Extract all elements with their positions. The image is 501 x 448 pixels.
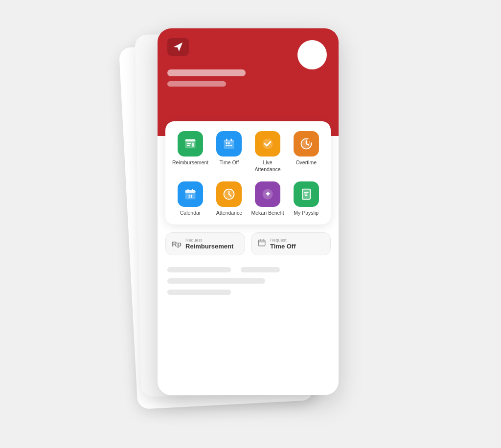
svg-rect-36	[258, 240, 265, 246]
placeholder-line	[241, 267, 280, 272]
request-time-off-title: Time Off	[270, 243, 296, 250]
request-time-off-label: Request	[270, 238, 296, 243]
reimbursement-icon	[178, 131, 203, 157]
request-time-off-text: Request Time Off	[270, 238, 296, 250]
time-off-label: Time Off	[220, 159, 239, 166]
calendar-icon: 31	[178, 181, 203, 207]
calendar-label: Calendar	[180, 210, 201, 217]
scene: Reimbursement	[123, 23, 378, 425]
svg-text:31: 31	[188, 194, 193, 199]
svg-point-9	[226, 145, 228, 147]
svg-rect-2	[187, 143, 191, 144]
svg-point-14	[263, 139, 273, 149]
placeholder-line	[167, 290, 231, 295]
mekari-benefit-label: Mekari Benefit	[251, 210, 284, 217]
app-grid-card: Reimbursement	[165, 121, 331, 224]
attendance-label: Attendance	[216, 210, 242, 217]
calendar-small-icon	[257, 238, 266, 249]
svg-point-13	[228, 142, 230, 144]
svg-rect-7	[227, 139, 228, 141]
app-item-calendar[interactable]: 31 Calendar	[172, 181, 208, 217]
header-placeholder-line-2	[167, 81, 226, 87]
live-attendance-icon	[255, 131, 280, 157]
attendance-icon	[216, 181, 242, 207]
request-reimbursement-label: Request	[185, 238, 233, 243]
live-attendance-label: Live Attendance	[250, 159, 286, 173]
svg-rect-1	[185, 139, 196, 142]
app-item-attendance[interactable]: Attendance	[211, 181, 247, 217]
svg-point-12	[226, 142, 228, 144]
placeholder-row-1	[167, 267, 329, 272]
svg-rect-3	[187, 145, 190, 146]
quick-actions: Rp Request Reimbursement	[158, 224, 339, 255]
app-item-mekari-benefit[interactable]: ✦ Mekari Benefit	[250, 181, 286, 217]
request-reimbursement-button[interactable]: Rp Request Reimbursement	[165, 232, 245, 255]
app-item-time-off[interactable]: Time Off	[211, 131, 247, 173]
placeholder-line	[167, 267, 231, 272]
request-reimbursement-text: Request Reimbursement	[185, 238, 233, 250]
app-item-live-attendance[interactable]: Live Attendance	[250, 131, 286, 173]
phone-content: Reimbursement	[158, 121, 339, 307]
avatar	[297, 40, 327, 69]
svg-point-10	[228, 145, 230, 147]
svg-rect-6	[224, 140, 234, 143]
reimbursement-label: Reimbursement	[172, 159, 208, 166]
svg-rect-24	[192, 189, 193, 192]
request-time-off-button[interactable]: Request Time Off	[251, 232, 331, 255]
content-placeholders	[158, 255, 339, 307]
svg-text:!: !	[309, 140, 310, 143]
svg-text:✦: ✦	[265, 190, 271, 198]
placeholder-line	[167, 278, 265, 284]
svg-rect-4	[192, 143, 194, 147]
app-item-my-payslip[interactable]: My Payslip	[288, 181, 324, 217]
svg-rect-23	[187, 189, 188, 192]
overtime-label: Overtime	[296, 159, 317, 166]
placeholder-row-3	[167, 290, 329, 295]
svg-rect-8	[231, 139, 232, 141]
app-grid: Reimbursement	[172, 131, 324, 217]
header-placeholder-line-1	[167, 69, 246, 76]
phone-card: Reimbursement	[158, 28, 339, 395]
phone-header	[158, 28, 339, 136]
svg-rect-22	[185, 190, 196, 193]
app-item-reimbursement[interactable]: Reimbursement	[172, 131, 208, 173]
my-payslip-icon	[294, 181, 319, 207]
time-off-icon	[216, 131, 242, 157]
brand-icon	[167, 38, 189, 56]
rp-icon: Rp	[172, 240, 182, 248]
send-icon	[173, 42, 183, 52]
app-item-overtime[interactable]: ! Overtime	[288, 131, 324, 173]
svg-rect-34	[304, 192, 308, 193]
my-payslip-label: My Payslip	[294, 210, 319, 217]
svg-rect-35	[304, 194, 307, 195]
mekari-benefit-icon: ✦	[255, 181, 280, 207]
placeholder-row-2	[167, 278, 329, 284]
overtime-icon: !	[294, 131, 319, 157]
request-reimbursement-title: Reimbursement	[185, 243, 233, 250]
svg-point-11	[230, 145, 232, 147]
